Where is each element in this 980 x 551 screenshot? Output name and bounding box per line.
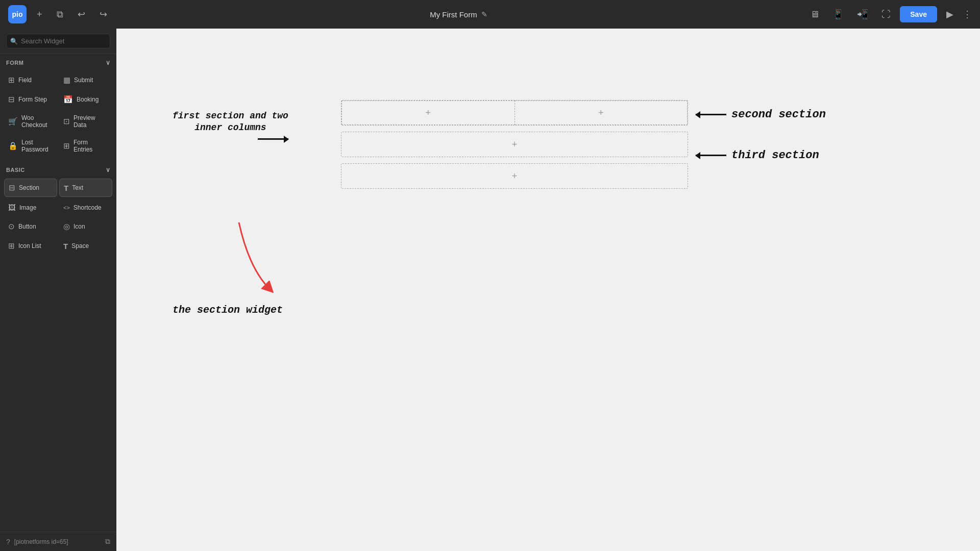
red-arrow-annotation — [188, 207, 315, 309]
add-section3-button[interactable]: + — [512, 171, 518, 182]
redo-button[interactable]: ↪ — [95, 6, 111, 23]
button-icon: ⊙ — [8, 222, 15, 231]
widget-space-label: Space — [71, 242, 89, 249]
widget-form-entries[interactable]: ⊞ Form Entries — [59, 135, 112, 157]
third-section-arrow — [696, 155, 726, 156]
basic-section-chevron: ∨ — [106, 166, 111, 173]
basic-widgets-grid: ⊟ Section T Text 🖼 Image <> Shortcode ⊙ … — [0, 177, 116, 259]
form-sections-container: + + + + — [341, 100, 688, 194]
widget-form-step-label: Form Step — [18, 96, 47, 103]
preview-button[interactable]: ▶ — [942, 6, 958, 23]
basic-section-label: BASIC — [6, 167, 25, 173]
widget-button-label: Button — [18, 223, 36, 230]
widget-form-step[interactable]: ⊟ Form Step — [4, 91, 57, 108]
more-options-button[interactable]: ⋮ — [963, 9, 972, 20]
add-col1-button[interactable]: + — [425, 108, 431, 118]
woo-checkout-icon: 🛒 — [8, 117, 18, 126]
widget-image-label: Image — [19, 204, 36, 211]
section-col-1[interactable]: + — [341, 101, 515, 125]
widget-preview-data-label: Preview Data — [74, 114, 108, 129]
third-section-label: third section — [731, 149, 819, 162]
widget-icon-list[interactable]: ⊞ Icon List — [4, 237, 57, 255]
widget-lost-password-label: Lost Password — [21, 139, 53, 153]
shortcode-display: [piotnetforms id=65] — [14, 538, 68, 545]
tablet-view-button[interactable]: 📱 — [828, 6, 848, 23]
section-icon: ⊟ — [9, 183, 15, 192]
desktop-view-button[interactable]: 🖥 — [806, 6, 823, 23]
save-button[interactable]: Save — [900, 6, 937, 22]
widget-text[interactable]: T Text — [59, 179, 112, 197]
widget-submit-label: Submit — [74, 77, 93, 84]
first-section-arrow — [258, 138, 288, 140]
shortcode-icon: <> — [63, 205, 70, 211]
first-section-label: first section and twoinner columns — [173, 110, 288, 134]
widget-form-entries-label: Form Entries — [74, 139, 108, 153]
widget-button[interactable]: ⊙ Button — [4, 218, 57, 235]
text-icon: T — [64, 184, 68, 192]
widget-woo-checkout-label: Woo Checkout — [21, 114, 53, 129]
form-widgets-grid: ⊞ Field ▦ Submit ⊟ Form Step 📅 Booking 🛒… — [0, 69, 116, 161]
space-icon: T — [63, 242, 68, 251]
submit-icon: ▦ — [63, 76, 70, 85]
copy-icon[interactable]: ⧉ — [105, 537, 110, 546]
sidebar-footer: ? [piotnetforms id=65] ⧉ — [0, 532, 116, 551]
topbar: pio + ⧉ ↩ ↪ My First Form ✎ 🖥 📱 📲 ⛶ Save… — [0, 0, 980, 29]
form-section-chevron: ∨ — [106, 59, 111, 66]
sidebar: 🔍 FORM ∨ ⊞ Field ▦ Submit ⊟ Form Step 📅 — [0, 29, 116, 551]
widget-space[interactable]: T Space — [59, 237, 112, 255]
widget-submit[interactable]: ▦ Submit — [59, 71, 112, 89]
widget-shortcode[interactable]: <> Shortcode — [59, 199, 112, 216]
image-icon: 🖼 — [8, 203, 16, 212]
section-widget-annotation: the section widget — [173, 304, 283, 316]
topbar-right: 🖥 📱 📲 ⛶ Save ▶ ⋮ — [806, 6, 972, 23]
widget-preview-data[interactable]: ⊡ Preview Data — [59, 110, 112, 133]
topbar-left: pio + ⧉ ↩ ↪ — [8, 5, 111, 23]
first-section-annotation: first section and twoinner columns — [173, 110, 288, 140]
widget-shortcode-label: Shortcode — [74, 204, 102, 211]
main-area: 🔍 FORM ∨ ⊞ Field ▦ Submit ⊟ Form Step 📅 — [0, 29, 980, 551]
add-button[interactable]: + — [33, 6, 46, 23]
widget-text-label: Text — [72, 184, 83, 191]
search-input[interactable] — [6, 34, 110, 48]
widget-section[interactable]: ⊟ Section — [4, 179, 57, 197]
booking-icon: 📅 — [63, 95, 73, 104]
topbar-center: My First Form ✎ — [430, 10, 487, 19]
search-area: 🔍 — [0, 29, 116, 54]
app-logo[interactable]: pio — [8, 5, 27, 23]
icon-icon: ◎ — [63, 222, 70, 231]
form-entries-icon: ⊞ — [63, 141, 70, 151]
edit-title-icon[interactable]: ✎ — [481, 10, 487, 18]
fullscreen-button[interactable]: ⛶ — [877, 6, 895, 23]
section-row-3[interactable]: + — [341, 163, 688, 189]
layers-button[interactable]: ⧉ — [53, 6, 67, 23]
field-icon: ⊞ — [8, 76, 15, 85]
form-section-label: FORM — [6, 60, 23, 66]
widget-woo-checkout[interactable]: 🛒 Woo Checkout — [4, 110, 57, 133]
widget-booking-label: Booking — [77, 96, 99, 103]
widget-image[interactable]: 🖼 Image — [4, 199, 57, 216]
widget-section-label: Section — [19, 184, 39, 191]
widget-lost-password[interactable]: 🔒 Lost Password — [4, 135, 57, 157]
add-col2-button[interactable]: + — [598, 108, 604, 118]
widget-field[interactable]: ⊞ Field — [4, 71, 57, 89]
icon-list-icon: ⊞ — [8, 241, 15, 251]
undo-button[interactable]: ↩ — [74, 6, 89, 23]
second-section-label: second section — [731, 108, 826, 121]
search-icon: 🔍 — [10, 38, 18, 45]
section-row-2[interactable]: + — [341, 132, 688, 157]
widget-field-label: Field — [18, 77, 32, 84]
form-title: My First Form — [430, 10, 477, 19]
form-step-icon: ⊟ — [8, 95, 15, 104]
right-annotations: second section third section — [696, 108, 826, 162]
help-icon[interactable]: ? — [6, 538, 10, 546]
basic-section-header[interactable]: BASIC ∨ — [0, 161, 116, 177]
section-row-1[interactable]: + + — [341, 100, 688, 126]
canvas[interactable]: first section and twoinner columns + + — [116, 29, 980, 551]
second-section-arrow — [696, 114, 726, 115]
mobile-view-button[interactable]: 📲 — [853, 6, 872, 23]
widget-icon[interactable]: ◎ Icon — [59, 218, 112, 235]
widget-booking[interactable]: 📅 Booking — [59, 91, 112, 108]
section-col-2[interactable]: + — [515, 101, 688, 125]
add-section2-button[interactable]: + — [512, 139, 518, 150]
form-section-header[interactable]: FORM ∨ — [0, 54, 116, 69]
